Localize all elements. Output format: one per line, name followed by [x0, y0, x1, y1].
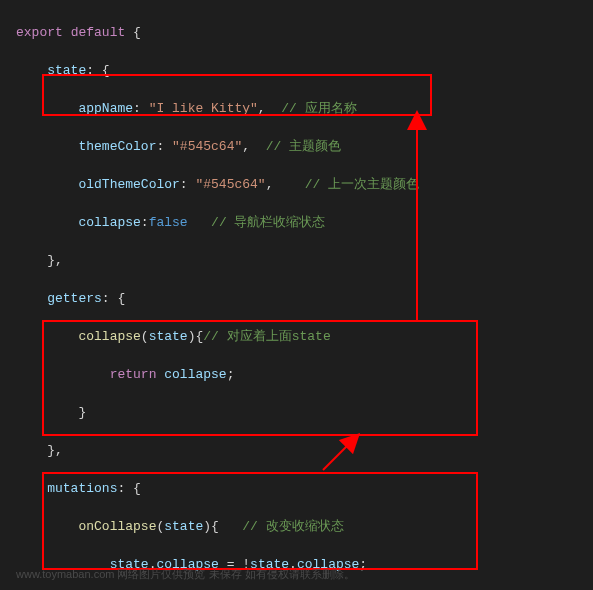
code-line: mutations: {: [16, 479, 593, 498]
code-line: onCollapse(state){ // 改变收缩状态: [16, 517, 593, 536]
code-line: collapse(state){// 对应着上面state: [16, 327, 593, 346]
code-line: }: [16, 403, 593, 422]
watermark-text: www.toymaban.com 网络图片仅供预览 未保存 如有侵权请联系删除。: [16, 565, 355, 584]
code-line: },: [16, 441, 593, 460]
code-line: collapse:false // 导航栏收缩状态: [16, 213, 593, 232]
code-editor[interactable]: export default { state: { appName: "I li…: [0, 0, 593, 590]
code-line: state: {: [16, 61, 593, 80]
code-line: },: [16, 251, 593, 270]
code-line: oldThemeColor: "#545c64", // 上一次主题颜色: [16, 175, 593, 194]
code-line: appName: "I like Kitty", // 应用名称: [16, 99, 593, 118]
code-line: getters: {: [16, 289, 593, 308]
code-line: export default {: [16, 23, 593, 42]
code-line: return collapse;: [16, 365, 593, 384]
code-line: themeColor: "#545c64", // 主题颜色: [16, 137, 593, 156]
